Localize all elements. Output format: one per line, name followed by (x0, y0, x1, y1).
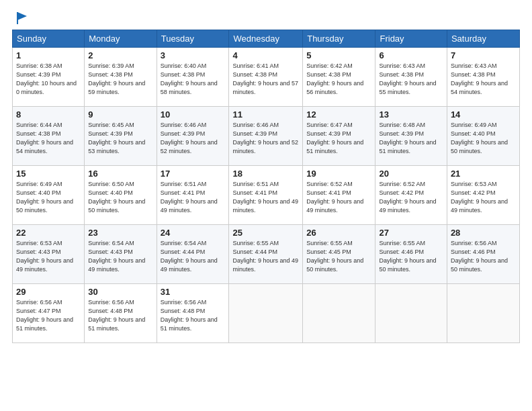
day-number: 6 (379, 50, 443, 60)
day-number: 18 (232, 169, 299, 179)
day-info: Sunrise: 6:44 AMSunset: 4:38 PMDaylight:… (16, 121, 81, 156)
day-info: Sunrise: 6:56 AMSunset: 4:46 PMDaylight:… (451, 239, 516, 274)
day-number: 9 (88, 109, 152, 120)
day-number: 1 (16, 50, 81, 60)
calendar-day-6: 6Sunrise: 6:43 AMSunset: 4:38 PMDaylight… (375, 48, 447, 107)
day-info: Sunrise: 6:39 AMSunset: 4:38 PMDaylight:… (88, 62, 152, 97)
day-number: 12 (306, 109, 371, 120)
day-info: Sunrise: 6:55 AMSunset: 4:46 PMDaylight:… (379, 239, 443, 274)
day-info: Sunrise: 6:43 AMSunset: 4:38 PMDaylight:… (379, 62, 443, 97)
day-info: Sunrise: 6:41 AMSunset: 4:38 PMDaylight:… (232, 62, 299, 97)
day-info: Sunrise: 6:51 AMSunset: 4:41 PMDaylight:… (232, 180, 299, 215)
calendar-day-8: 8Sunrise: 6:44 AMSunset: 4:38 PMDaylight… (13, 107, 85, 166)
calendar-day-19: 19Sunrise: 6:52 AMSunset: 4:41 PMDayligh… (303, 166, 375, 225)
day-info: Sunrise: 6:46 AMSunset: 4:39 PMDaylight:… (232, 121, 299, 156)
day-info: Sunrise: 6:52 AMSunset: 4:42 PMDaylight:… (379, 180, 443, 215)
day-info: Sunrise: 6:55 AMSunset: 4:45 PMDaylight:… (306, 239, 371, 274)
day-info: Sunrise: 6:56 AMSunset: 4:48 PMDaylight:… (88, 298, 152, 333)
calendar-header-tuesday: Tuesday (157, 30, 229, 48)
calendar-day-23: 23Sunrise: 6:54 AMSunset: 4:43 PMDayligh… (85, 225, 157, 284)
calendar-header-monday: Monday (85, 30, 157, 48)
calendar-day-7: 7Sunrise: 6:43 AMSunset: 4:38 PMDaylight… (447, 48, 519, 107)
day-number: 3 (161, 50, 226, 60)
day-number: 30 (88, 287, 152, 297)
day-info: Sunrise: 6:55 AMSunset: 4:44 PMDaylight:… (232, 239, 299, 274)
calendar-week-4: 22Sunrise: 6:53 AMSunset: 4:43 PMDayligh… (13, 225, 520, 284)
day-info: Sunrise: 6:53 AMSunset: 4:43 PMDaylight:… (16, 239, 81, 274)
calendar-day-4: 4Sunrise: 6:41 AMSunset: 4:38 PMDaylight… (229, 48, 303, 107)
day-info: Sunrise: 6:46 AMSunset: 4:39 PMDaylight:… (161, 121, 226, 156)
day-info: Sunrise: 6:54 AMSunset: 4:43 PMDaylight:… (88, 239, 152, 274)
calendar-header-saturday: Saturday (447, 30, 519, 48)
calendar-day-24: 24Sunrise: 6:54 AMSunset: 4:44 PMDayligh… (157, 225, 229, 284)
logo (12, 11, 30, 23)
day-number: 21 (451, 169, 516, 179)
day-number: 24 (161, 228, 226, 238)
calendar-day-21: 21Sunrise: 6:53 AMSunset: 4:42 PMDayligh… (447, 166, 519, 225)
day-number: 13 (379, 109, 443, 120)
calendar-day-29: 29Sunrise: 6:56 AMSunset: 4:47 PMDayligh… (13, 284, 85, 343)
day-number: 5 (306, 50, 371, 60)
day-info: Sunrise: 6:50 AMSunset: 4:40 PMDaylight:… (88, 180, 152, 215)
calendar-header-wednesday: Wednesday (229, 30, 303, 48)
calendar-day-27: 27Sunrise: 6:55 AMSunset: 4:46 PMDayligh… (375, 225, 447, 284)
day-number: 20 (379, 169, 443, 179)
day-number: 23 (88, 228, 152, 238)
calendar-week-5: 29Sunrise: 6:56 AMSunset: 4:47 PMDayligh… (13, 284, 520, 343)
day-number: 27 (379, 228, 443, 238)
day-number: 10 (161, 109, 226, 120)
calendar-table: SundayMondayTuesdayWednesdayThursdayFrid… (12, 30, 520, 343)
calendar-day-20: 20Sunrise: 6:52 AMSunset: 4:42 PMDayligh… (375, 166, 447, 225)
day-info: Sunrise: 6:49 AMSunset: 4:40 PMDaylight:… (451, 121, 516, 156)
day-number: 11 (232, 109, 299, 120)
day-info: Sunrise: 6:45 AMSunset: 4:39 PMDaylight:… (88, 121, 152, 156)
calendar-day-12: 12Sunrise: 6:47 AMSunset: 4:39 PMDayligh… (303, 107, 375, 166)
day-info: Sunrise: 6:47 AMSunset: 4:39 PMDaylight:… (306, 121, 371, 156)
day-number: 16 (88, 169, 152, 179)
day-number: 26 (306, 228, 371, 238)
calendar-day-13: 13Sunrise: 6:48 AMSunset: 4:39 PMDayligh… (375, 107, 447, 166)
day-number: 25 (232, 228, 299, 238)
day-number: 15 (16, 169, 81, 179)
page: SundayMondayTuesdayWednesdayThursdayFrid… (0, 0, 532, 411)
day-info: Sunrise: 6:52 AMSunset: 4:41 PMDaylight:… (306, 180, 371, 215)
calendar-day-17: 17Sunrise: 6:51 AMSunset: 4:41 PMDayligh… (157, 166, 229, 225)
calendar-day-10: 10Sunrise: 6:46 AMSunset: 4:39 PMDayligh… (157, 107, 229, 166)
empty-cell (229, 284, 303, 343)
logo-flag-icon (15, 11, 30, 26)
calendar-day-22: 22Sunrise: 6:53 AMSunset: 4:43 PMDayligh… (13, 225, 85, 284)
day-number: 8 (16, 109, 81, 120)
day-number: 28 (451, 228, 516, 238)
calendar-day-1: 1Sunrise: 6:38 AMSunset: 4:39 PMDaylight… (13, 48, 85, 107)
day-number: 22 (16, 228, 81, 238)
calendar-day-15: 15Sunrise: 6:49 AMSunset: 4:40 PMDayligh… (13, 166, 85, 225)
calendar-day-3: 3Sunrise: 6:40 AMSunset: 4:38 PMDaylight… (157, 48, 229, 107)
day-number: 2 (88, 50, 152, 60)
day-number: 31 (161, 287, 226, 297)
calendar-day-9: 9Sunrise: 6:45 AMSunset: 4:39 PMDaylight… (85, 107, 157, 166)
day-info: Sunrise: 6:53 AMSunset: 4:42 PMDaylight:… (451, 180, 516, 215)
day-info: Sunrise: 6:43 AMSunset: 4:38 PMDaylight:… (451, 62, 516, 97)
day-number: 17 (161, 169, 226, 179)
calendar-day-18: 18Sunrise: 6:51 AMSunset: 4:41 PMDayligh… (229, 166, 303, 225)
svg-marker-0 (17, 12, 27, 20)
calendar-day-26: 26Sunrise: 6:55 AMSunset: 4:45 PMDayligh… (303, 225, 375, 284)
day-number: 4 (232, 50, 299, 60)
calendar-day-28: 28Sunrise: 6:56 AMSunset: 4:46 PMDayligh… (447, 225, 519, 284)
day-number: 14 (451, 109, 516, 120)
day-info: Sunrise: 6:51 AMSunset: 4:41 PMDaylight:… (161, 180, 226, 215)
calendar-week-3: 15Sunrise: 6:49 AMSunset: 4:40 PMDayligh… (13, 166, 520, 225)
empty-cell (303, 284, 375, 343)
calendar-header-sunday: Sunday (13, 30, 85, 48)
calendar-day-16: 16Sunrise: 6:50 AMSunset: 4:40 PMDayligh… (85, 166, 157, 225)
calendar-day-31: 31Sunrise: 6:56 AMSunset: 4:48 PMDayligh… (157, 284, 229, 343)
calendar-day-2: 2Sunrise: 6:39 AMSunset: 4:38 PMDaylight… (85, 48, 157, 107)
day-info: Sunrise: 6:56 AMSunset: 4:48 PMDaylight:… (161, 298, 226, 333)
day-number: 19 (306, 169, 371, 179)
empty-cell (375, 284, 447, 343)
calendar-header-thursday: Thursday (303, 30, 375, 48)
calendar-week-2: 8Sunrise: 6:44 AMSunset: 4:38 PMDaylight… (13, 107, 520, 166)
calendar-day-5: 5Sunrise: 6:42 AMSunset: 4:38 PMDaylight… (303, 48, 375, 107)
day-number: 29 (16, 287, 81, 297)
calendar-day-25: 25Sunrise: 6:55 AMSunset: 4:44 PMDayligh… (229, 225, 303, 284)
